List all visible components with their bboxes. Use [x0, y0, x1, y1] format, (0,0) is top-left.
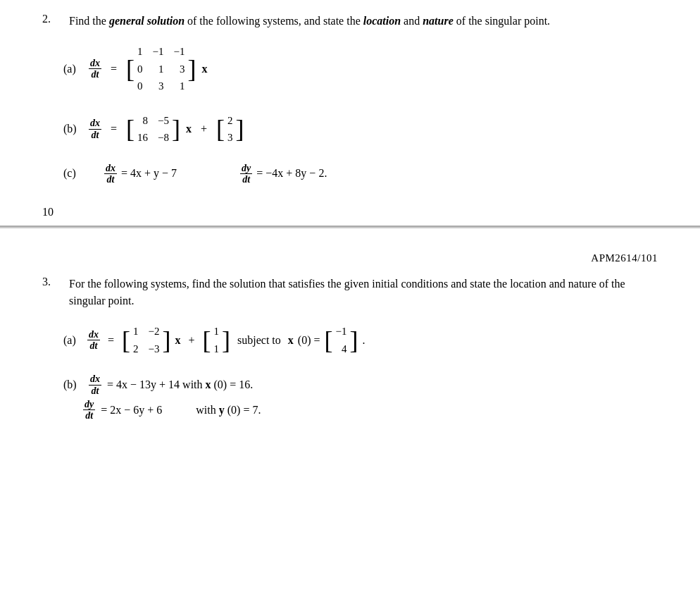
- matrix-cells-a: 1 −1 −1 0 1 3 0 3 1: [135, 42, 187, 96]
- bracket-right-q3a-ic: [349, 328, 358, 353]
- q3-part-b-label: (b): [63, 378, 83, 391]
- dydt-frac-c: dy dt: [240, 163, 252, 185]
- bracket-left-a: [126, 56, 135, 82]
- q2-part-a: (a) dx dt = 1 −1 −1 0 1 3 0 3 1: [63, 42, 658, 96]
- part-b-label: (b): [63, 123, 83, 135]
- q2-parts: (a) dx dt = 1 −1 −1 0 1 3 0 3 1: [63, 42, 658, 185]
- part-c-right: dy dt = −4x + 8y − 2.: [240, 163, 327, 185]
- matrix-cells-q3a-col: 1 1: [211, 322, 223, 358]
- matrix-q3a-col: 1 1: [203, 322, 231, 358]
- matrix-cells-q3a: 1 −2 2 −3: [130, 322, 162, 358]
- c-right-eq: = −4x + 8y − 2.: [256, 167, 327, 180]
- q2-italic2: location: [363, 15, 401, 27]
- q3-text: For the following systems, find the solu…: [69, 276, 658, 309]
- q2-italic1: general solution: [109, 15, 185, 27]
- matrix-q3a-ic: −1 4: [324, 322, 358, 358]
- x0-label: x: [288, 334, 294, 347]
- eq-q3a: =: [108, 334, 114, 347]
- bracket-left-q3a2: [203, 328, 211, 353]
- q3-parts: (a) dx dt = 1 −2 2 −3 x +: [63, 322, 658, 421]
- plus-b: +: [201, 123, 207, 135]
- matrix-cells-b: 8 −5 16 −8: [135, 111, 172, 147]
- bracket-right-b2: [236, 116, 244, 142]
- q3b2-condition: with y (0) = 7.: [196, 404, 261, 417]
- matrix-a: 1 −1 −1 0 1 3 0 3 1: [126, 42, 196, 96]
- dydt-frac-q3b: dy dt: [83, 399, 95, 421]
- q3-number: 3.: [42, 276, 63, 309]
- top-section: 2. Find the general solution of the foll…: [0, 0, 700, 218]
- part-a-label: (a): [63, 63, 83, 75]
- dxdt-frac-q3a: dx dt: [87, 329, 100, 352]
- q2-italic3: nature: [423, 15, 454, 27]
- matrix-q3a: 1 −2 2 −3: [122, 322, 170, 358]
- matrix-cells-q3a-ic: −1 4: [332, 322, 349, 358]
- matrix-cells-b-col: 2 3: [225, 111, 236, 147]
- bracket-left-q3a-ic: [324, 328, 332, 353]
- q2-part-c: (c) dx dt = 4x + y − 7 dy dt = −4x + 8y …: [63, 163, 658, 185]
- bracket-right-a: [187, 56, 196, 82]
- dxdt-frac-q3b: dx dt: [89, 374, 101, 396]
- page-code: APM2614/101: [591, 252, 658, 264]
- subject-to: subject to: [237, 334, 281, 347]
- q2-part-b: (b) dx dt = 8 −5 16 −8 x +: [63, 111, 658, 147]
- q2-number: 2.: [42, 13, 63, 30]
- q3b1-eq: = 4x − 13y + 14 with x (0) = 16.: [107, 378, 253, 391]
- bracket-left-b2: [216, 116, 225, 142]
- bold-x-a: x: [201, 63, 207, 75]
- bracket-right-q3a2: [222, 328, 230, 353]
- q3b2-eq: = 2x − 6y + 6: [101, 404, 162, 417]
- bold-x-b: x: [186, 123, 192, 135]
- period-q3a: .: [362, 334, 365, 347]
- eq-a: =: [111, 63, 117, 75]
- part-c-left: dx dt = 4x + y − 7: [104, 163, 177, 185]
- plus-q3a: +: [189, 334, 195, 347]
- eq-b: =: [111, 123, 117, 135]
- q3-part-a-label: (a): [63, 334, 83, 347]
- matrix-b-col: 2 3: [216, 111, 244, 147]
- q2-text: Find the general solution of the followi…: [69, 13, 550, 30]
- matrix-b: 8 −5 16 −8: [126, 111, 180, 147]
- bracket-left-q3a: [122, 328, 130, 353]
- bracket-right-q3a: [163, 328, 171, 353]
- question-2: 2. Find the general solution of the foll…: [42, 13, 658, 30]
- bold-x-q3a: x: [175, 334, 181, 347]
- page-code-area: APM2614/101: [42, 242, 658, 276]
- q3-part-b2: dy dt = 2x − 6y + 6 with y (0) = 7.: [83, 399, 658, 421]
- section-number-10: 10: [42, 206, 658, 218]
- q3-part-a: (a) dx dt = 1 −2 2 −3 x +: [63, 322, 658, 358]
- q3-part-b1: (b) dx dt = 4x − 13y + 14 with x (0) = 1…: [63, 374, 658, 396]
- bottom-section: APM2614/101 3. For the following systems…: [0, 227, 700, 421]
- part-c-label: (c): [63, 167, 83, 180]
- dxdt-frac-b: dx dt: [89, 118, 101, 140]
- x0-paren: (0) =: [298, 334, 320, 347]
- bracket-right-b: [172, 116, 180, 142]
- q3-header: 3. For the following systems, find the s…: [42, 276, 658, 309]
- dxdt-frac-c: dx dt: [104, 163, 117, 185]
- dxdt-frac-a: dx dt: [89, 58, 101, 80]
- c-left-eq: = 4x + y − 7: [121, 167, 177, 180]
- bracket-left-b: [126, 116, 135, 142]
- question-3: 3. For the following systems, find the s…: [42, 276, 658, 421]
